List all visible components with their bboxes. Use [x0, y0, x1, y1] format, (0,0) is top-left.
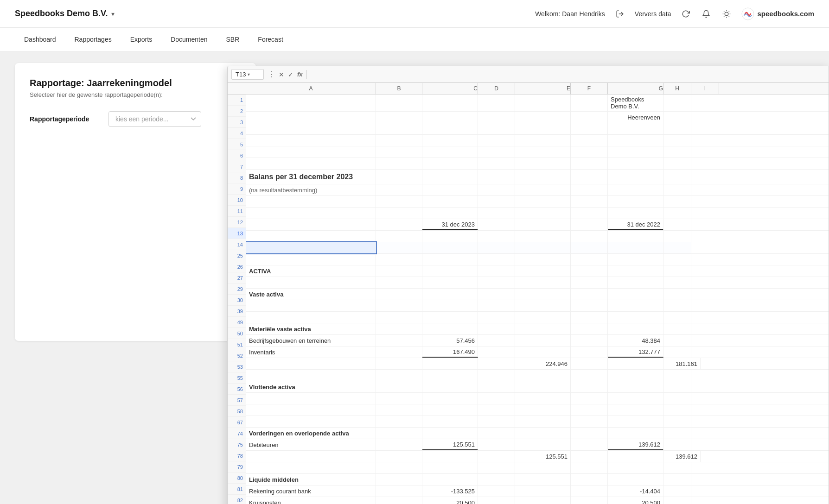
- cell-b6[interactable]: [376, 158, 422, 169]
- cell-h10[interactable]: [663, 208, 691, 219]
- cell-e79[interactable]: [515, 485, 571, 497]
- row-num-6[interactable]: 6: [228, 150, 246, 161]
- cell-h9[interactable]: [663, 196, 691, 207]
- cell-d56[interactable]: [478, 404, 515, 416]
- cell-g27[interactable]: [608, 289, 663, 300]
- cell-f53[interactable]: [571, 381, 608, 392]
- row-num-10[interactable]: 10: [228, 195, 246, 206]
- cell-b25[interactable]: [376, 265, 422, 277]
- cell-g5[interactable]: [608, 146, 663, 158]
- cell-b5[interactable]: [376, 146, 422, 158]
- cell-a13-selected[interactable]: [246, 242, 376, 253]
- cell-c8[interactable]: [422, 184, 478, 195]
- cell-h53[interactable]: [663, 381, 691, 392]
- cell-a26[interactable]: [246, 277, 376, 288]
- col-header-b[interactable]: B: [376, 83, 422, 94]
- cell-f58[interactable]: [571, 428, 608, 439]
- cell-b52[interactable]: [376, 370, 422, 381]
- cell-b51[interactable]: [376, 358, 422, 369]
- cell-a3[interactable]: [246, 123, 376, 134]
- cell-a8-subtitle[interactable]: (na resultaatbestemming): [246, 184, 376, 195]
- row-num-56[interactable]: 56: [228, 384, 246, 395]
- cell-g49-geb-val2[interactable]: 48.384: [608, 335, 663, 346]
- nav-item-documenten[interactable]: Documenten: [161, 28, 217, 52]
- cell-b10[interactable]: [376, 208, 422, 219]
- cell-d67[interactable]: [478, 439, 515, 450]
- col-header-h[interactable]: H: [663, 83, 691, 94]
- cell-a55[interactable]: [246, 393, 376, 404]
- row-num-1[interactable]: 1: [228, 94, 246, 106]
- cell-g10[interactable]: [608, 208, 663, 219]
- cell-f56[interactable]: [571, 404, 608, 416]
- cell-b30[interactable]: [376, 312, 422, 323]
- cell-d39[interactable]: [478, 323, 515, 334]
- cell-d49[interactable]: [478, 335, 515, 346]
- nav-item-sbr[interactable]: SBR: [217, 28, 249, 52]
- row-num-51[interactable]: 51: [228, 339, 246, 350]
- cell-a79-rekening[interactable]: Rekening courant bank: [246, 485, 376, 497]
- cell-d52[interactable]: [478, 370, 515, 381]
- cell-f8[interactable]: [571, 184, 608, 195]
- cell-c7[interactable]: [422, 170, 478, 184]
- cell-a52[interactable]: [246, 370, 376, 381]
- cell-f9[interactable]: [571, 196, 608, 207]
- cell-h50[interactable]: [663, 346, 691, 358]
- cell-e6[interactable]: [515, 158, 571, 169]
- cell-f75[interactable]: [571, 462, 608, 473]
- cell-e30[interactable]: [515, 312, 571, 323]
- cell-d53[interactable]: [478, 381, 515, 392]
- cell-g39[interactable]: [608, 323, 663, 334]
- cell-h80[interactable]: [663, 497, 691, 504]
- cancel-formula-icon[interactable]: ✕: [279, 71, 284, 78]
- cell-c25[interactable]: [422, 265, 478, 277]
- cell-f25[interactable]: [571, 265, 608, 277]
- cell-b53[interactable]: [376, 381, 422, 392]
- cell-h12[interactable]: [663, 231, 691, 242]
- period-select[interactable]: kies een periode...: [108, 111, 201, 127]
- cell-c74[interactable]: [422, 451, 478, 462]
- cell-b80[interactable]: [376, 497, 422, 504]
- cell-d55[interactable]: [478, 393, 515, 404]
- cell-e1[interactable]: [515, 94, 571, 111]
- col-header-d[interactable]: D: [478, 83, 515, 94]
- refresh-icon[interactable]: [680, 8, 691, 19]
- cell-b11[interactable]: [376, 219, 422, 230]
- cell-a2[interactable]: [246, 112, 376, 123]
- cell-f7[interactable]: [571, 170, 608, 184]
- theme-icon[interactable]: [721, 8, 732, 19]
- cell-b75[interactable]: [376, 462, 422, 473]
- cell-a50-inventaris[interactable]: Inventaris: [246, 346, 376, 358]
- row-num-30[interactable]: 30: [228, 295, 246, 306]
- cell-c3[interactable]: [422, 123, 478, 134]
- cell-a14[interactable]: [246, 254, 376, 265]
- cell-c10[interactable]: [422, 208, 478, 219]
- cell-d25[interactable]: [478, 265, 515, 277]
- cell-d29[interactable]: [478, 300, 515, 311]
- cell-d74[interactable]: [478, 451, 515, 462]
- cell-g52[interactable]: [608, 370, 663, 381]
- cell-g1[interactable]: Speedbooks Demo B.V.: [608, 94, 663, 111]
- cell-h55[interactable]: [663, 393, 691, 404]
- cell-d27[interactable]: [478, 289, 515, 300]
- cell-c53[interactable]: [422, 381, 478, 392]
- cell-c50-inv-val[interactable]: 167.490: [422, 346, 478, 358]
- cell-c57[interactable]: [422, 416, 478, 427]
- row-num-57[interactable]: 57: [228, 395, 246, 406]
- cell-h52[interactable]: [663, 370, 691, 381]
- cell-d5[interactable]: [478, 146, 515, 158]
- cell-f12[interactable]: [571, 231, 608, 242]
- cell-e52[interactable]: [515, 370, 571, 381]
- cell-h56[interactable]: [663, 404, 691, 416]
- cell-a29[interactable]: [246, 300, 376, 311]
- cell-g67-deb-val2[interactable]: 139.612: [608, 439, 663, 450]
- cell-e58[interactable]: [515, 428, 571, 439]
- cell-d78[interactable]: [478, 474, 515, 485]
- cell-a56[interactable]: [246, 404, 376, 416]
- cell-c78[interactable]: [422, 474, 478, 485]
- cell-c49-geb-val[interactable]: 57.456: [422, 335, 478, 346]
- cell-g12[interactable]: [608, 231, 663, 242]
- cell-b57[interactable]: [376, 416, 422, 427]
- cell-e4[interactable]: [515, 135, 571, 146]
- cell-d26[interactable]: [478, 277, 515, 288]
- cell-f10[interactable]: [571, 208, 608, 219]
